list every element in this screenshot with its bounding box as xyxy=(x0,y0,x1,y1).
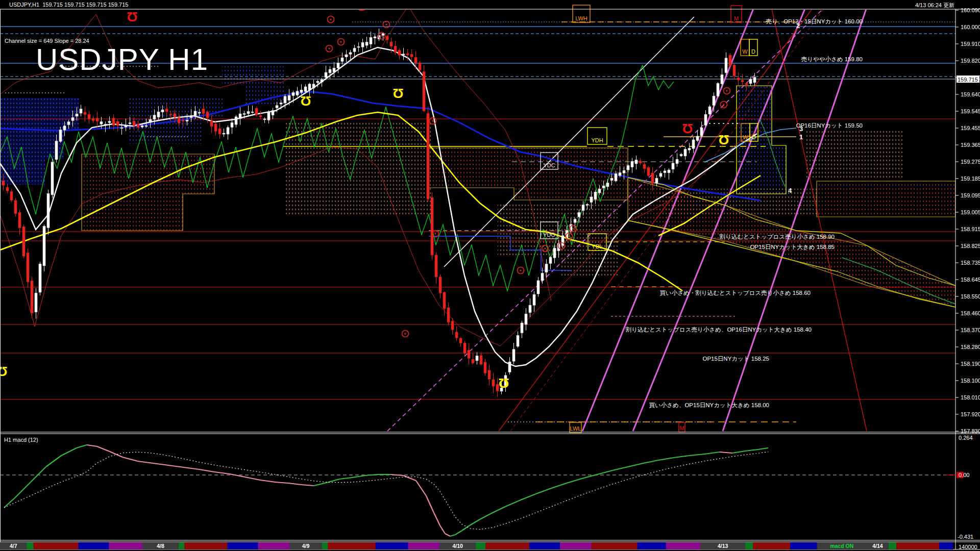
svg-text:159.185: 159.185 xyxy=(961,176,980,182)
chart-frame xyxy=(0,9,980,549)
period-label-box-lwh: LWH xyxy=(573,5,590,22)
svg-text:158.370: 158.370 xyxy=(961,327,980,333)
svg-text:W: W xyxy=(742,48,748,55)
period-label-box-w: W xyxy=(741,39,749,56)
svg-text:159.545: 159.545 xyxy=(961,108,980,114)
svg-text:0.00: 0.00 xyxy=(959,472,969,478)
sell-signal-icon: Ω xyxy=(682,121,693,136)
buy-signal-icon: Ω xyxy=(499,375,509,391)
svg-text:158.915: 158.915 xyxy=(961,226,980,232)
level-annotation-7: OP15日NYカット 158.25 xyxy=(702,356,769,362)
svg-text:YDO: YDO xyxy=(543,232,555,238)
period-label-box-m: M xyxy=(731,6,742,22)
projection-number-1: 1 xyxy=(799,133,803,141)
price-chart-canvas[interactable]: ΩΩΩΩΩΩΩΩLWHMWDYDHWDYDCYDOYDLLWLM売り、OP13・… xyxy=(0,0,980,551)
mt4-chart-window: USDJPY,H1 159.715 159.715 159.715 159.71… xyxy=(0,0,980,551)
svg-text:W: W xyxy=(743,134,748,140)
svg-text:158.550: 158.550 xyxy=(961,293,980,299)
svg-text:160.000: 160.000 xyxy=(961,24,980,30)
date-label-4-13: 4/13 xyxy=(718,543,728,549)
level-annotation-4: OP15日NYカット大きめ 158.85 xyxy=(750,244,835,250)
svg-text:158.735: 158.735 xyxy=(961,260,980,266)
projection-number-3: 3 xyxy=(799,125,803,133)
level-annotation-1: 売りやや小さめ 159.80 xyxy=(801,56,863,62)
svg-text:LWH: LWH xyxy=(575,15,587,21)
svg-text:158.825: 158.825 xyxy=(961,243,980,249)
level-annotation-3: 割り込むとストップロス売り小さめ 158.90 xyxy=(719,234,835,240)
svg-text:-0.431: -0.431 xyxy=(958,534,973,540)
svg-text:0.264: 0.264 xyxy=(959,435,973,441)
svg-text:158.100: 158.100 xyxy=(961,378,980,384)
svg-text:159.365: 159.365 xyxy=(961,142,980,148)
svg-text:157.920: 157.920 xyxy=(961,411,980,417)
svg-text:LWL: LWL xyxy=(570,425,581,432)
svg-text:D: D xyxy=(752,134,756,140)
macd-indicator-label: H1 macd (12) xyxy=(4,437,38,443)
buy-signal-icon: Ω xyxy=(719,132,729,147)
period-label-box-d: D xyxy=(749,39,757,56)
sell-signal-icon: Ω xyxy=(356,0,367,14)
period-label-box-ydh: YDH xyxy=(587,128,607,144)
svg-text:M: M xyxy=(734,15,739,21)
period-label-box-m: M xyxy=(679,422,685,432)
symbol-watermark: USDJPY H1 xyxy=(36,42,208,77)
svg-text:159.005: 159.005 xyxy=(961,209,980,215)
projection-number-4: 4 xyxy=(788,187,792,194)
svg-text:158.280: 158.280 xyxy=(961,344,980,350)
period-label-box-lwl: LWL xyxy=(570,422,581,433)
buy-signal-icon: Ω xyxy=(393,86,404,101)
svg-text:D: D xyxy=(751,48,755,55)
level-annotation-0: 売り、OP13・15日NYカット 160.00 xyxy=(766,18,863,24)
level-annotation-5: 買い小さめ・割り込むとストップロス売り小さめ 158.60 xyxy=(660,290,811,296)
date-label-4-9: 4/9 xyxy=(302,543,310,549)
svg-text:YDC: YDC xyxy=(543,162,555,168)
svg-text:M: M xyxy=(679,425,684,431)
svg-text:YDL: YDL xyxy=(592,243,602,249)
svg-text:159.640: 159.640 xyxy=(961,91,980,97)
macd-pane xyxy=(0,445,955,536)
price-axis[interactable]: 160.090160.000159.910159.820159.730159.6… xyxy=(955,7,980,434)
svg-text:159.820: 159.820 xyxy=(961,58,980,64)
date-label-4-7: 4/7 xyxy=(10,543,17,549)
buy-signal-icon: Ω xyxy=(0,364,7,379)
svg-text:158.010: 158.010 xyxy=(961,394,980,400)
level-annotation-8: 買い小さめ、OP15日NYカット大きめ 158.00 xyxy=(649,402,769,408)
date-label-4-8: 4/8 xyxy=(157,543,164,549)
timeline-strip[interactable]: 4/74/84/94/104/13macd ON4/14 xyxy=(0,542,953,549)
date-label-4-10: 4/10 xyxy=(452,543,463,549)
svg-text:157.830: 157.830 xyxy=(961,428,980,434)
macd-on-toggle-label: macd ON xyxy=(830,543,853,549)
buy-signal-icon: Ω xyxy=(301,93,311,109)
level-annotation-6: 割り込むとストップロス売り小さめ、OP16日NYカット大きめ 158.40 xyxy=(625,327,812,333)
svg-text:158.460: 158.460 xyxy=(961,310,980,316)
date-label-4-14: 4/14 xyxy=(872,543,883,549)
macd-axis: 0.2640.00-0.431140000 xyxy=(944,435,977,550)
level-annotation-2: OP16日NYカット 159.50 xyxy=(796,122,863,129)
svg-text:160.090: 160.090 xyxy=(961,7,980,13)
svg-text:159.455: 159.455 xyxy=(961,125,980,131)
sell-signal-icon: Ω xyxy=(127,9,138,24)
svg-text:140000: 140000 xyxy=(959,544,977,550)
svg-text:159.275: 159.275 xyxy=(961,159,980,165)
current-price-tag: 159.715 xyxy=(958,77,978,83)
svg-text:159.910: 159.910 xyxy=(961,41,980,47)
svg-text:158.645: 158.645 xyxy=(961,277,980,283)
svg-text:158.190: 158.190 xyxy=(961,361,980,367)
svg-text:YDH: YDH xyxy=(591,137,603,143)
projection-number-2: 2 xyxy=(796,22,800,30)
svg-text:159.095: 159.095 xyxy=(961,192,980,198)
